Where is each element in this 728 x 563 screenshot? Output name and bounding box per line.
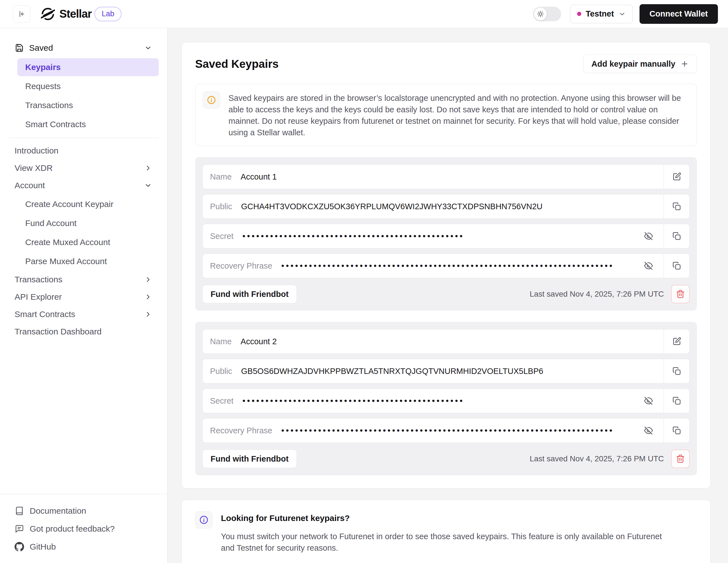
sidebar-item-fund-account[interactable]: Fund Account <box>17 214 159 232</box>
trash-icon <box>676 454 685 464</box>
recovery-phrase-field: Recovery Phrase ••••••••••••••••••••••••… <box>202 418 690 443</box>
secret-label: Secret <box>210 232 234 241</box>
secret-key-field: Secret •••••••••••••••••••••••••••••••••… <box>202 389 690 413</box>
keypair-card-account-1: Name Account 1 Public GCHA4HT3VODKCXZU5O… <box>195 157 697 311</box>
toggle-recovery-visibility-button[interactable] <box>641 254 656 278</box>
sidebar-link-feedback[interactable]: Got product feedback? <box>15 520 159 538</box>
chevron-right-icon <box>144 164 152 172</box>
toggle-recovery-visibility-button[interactable] <box>641 419 656 443</box>
keypair-card-account-2: Name Account 2 Public GB5OS6DWHZAJDVHKPP… <box>195 322 697 475</box>
edit-icon <box>672 337 682 346</box>
sidebar-item-api-explorer[interactable]: API Explorer <box>8 288 159 306</box>
copy-recovery-phrase-button[interactable] <box>664 254 689 278</box>
chevron-down-icon <box>144 181 152 189</box>
chat-bubble-icon <box>15 524 24 534</box>
lab-badge: Lab <box>94 7 122 21</box>
copy-public-key-button[interactable] <box>664 359 689 383</box>
sidebar-section-saved[interactable]: Saved <box>8 39 159 57</box>
sidebar-item-transactions[interactable]: Transactions <box>8 271 159 288</box>
sidebar-item-parse-muxed-account[interactable]: Parse Muxed Account <box>17 252 159 270</box>
chevron-right-icon <box>144 310 152 318</box>
info-icon <box>206 95 216 105</box>
public-label: Public <box>210 202 232 211</box>
chevron-down-icon <box>144 44 152 52</box>
sidebar-item-keypairs[interactable]: Keypairs <box>17 58 159 76</box>
app-window: Stellar Lab Testnet Connect Wallet Saved <box>0 0 728 563</box>
add-keypair-button[interactable]: Add keypair manually <box>583 55 697 73</box>
network-label: Testnet <box>586 9 614 18</box>
sidebar-item-saved-smart-contracts[interactable]: Smart Contracts <box>17 115 159 133</box>
public-label: Public <box>210 367 232 376</box>
sidebar-item-transaction-dashboard[interactable]: Transaction Dashboard <box>8 323 159 340</box>
sidebar-section-label: Saved <box>29 43 53 53</box>
secret-key-masked-value: ••••••••••••••••••••••••••••••••••••••••… <box>242 397 636 405</box>
connect-wallet-button[interactable]: Connect Wallet <box>640 4 718 24</box>
sidebar-item-create-muxed-account[interactable]: Create Muxed Account <box>17 233 159 251</box>
futurenet-title: Looking for Futurenet keypairs? <box>221 511 663 523</box>
copy-icon <box>672 426 682 435</box>
toggle-secret-visibility-button[interactable] <box>641 389 656 413</box>
copy-public-key-button[interactable] <box>664 194 689 218</box>
theme-toggle[interactable] <box>533 7 561 21</box>
stellar-logo-link[interactable]: Stellar <box>41 7 92 21</box>
copy-icon <box>672 396 682 406</box>
sidebar-item-smart-contracts[interactable]: Smart Contracts <box>8 306 159 323</box>
collapse-sidebar-icon <box>17 10 26 18</box>
sun-icon <box>536 10 544 18</box>
eye-off-icon <box>644 396 653 406</box>
copy-icon <box>672 261 682 270</box>
saved-keypairs-card: Saved Keypairs Add keypair manually Save… <box>181 42 711 489</box>
info-icon <box>199 515 209 525</box>
name-field: Name Account 2 <box>202 329 690 354</box>
page-title: Saved Keypairs <box>195 58 279 70</box>
fund-with-friendbot-button[interactable]: Fund with Friendbot <box>202 285 297 304</box>
warning-text: Saved keypairs are stored in the browser… <box>228 91 689 138</box>
sidebar-item-create-account-keypair[interactable]: Create Account Keypair <box>17 195 159 213</box>
public-key-value: GB5OS6DWHZAJDVHKPPBWZTLA5TNRXTQJGQTVNURM… <box>241 367 543 376</box>
info-icon-chip <box>195 511 213 529</box>
last-saved-timestamp: Last saved Nov 4, 2025, 7:26 PM UTC <box>530 454 664 463</box>
futurenet-info-card: Looking for Futurenet keypairs? You must… <box>181 500 711 563</box>
name-value: Account 1 <box>241 172 277 181</box>
trash-icon <box>676 290 685 299</box>
copy-icon <box>672 202 682 211</box>
eye-off-icon <box>644 261 653 270</box>
futurenet-body: You must switch your network to Futurene… <box>221 531 663 554</box>
github-icon <box>15 542 24 552</box>
copy-secret-key-button[interactable] <box>664 224 689 248</box>
sidebar-item-view-xdr[interactable]: View XDR <box>8 159 159 177</box>
sidebar-item-introduction[interactable]: Introduction <box>8 142 159 159</box>
collapse-sidebar-button[interactable] <box>13 5 30 23</box>
sidebar-link-documentation[interactable]: Documentation <box>15 502 159 520</box>
delete-keypair-button[interactable] <box>671 285 690 304</box>
copy-icon <box>672 366 682 376</box>
warning-icon-chip <box>203 91 220 109</box>
network-select[interactable]: Testnet <box>570 5 633 23</box>
fund-with-friendbot-button[interactable]: Fund with Friendbot <box>202 450 297 468</box>
chevron-right-icon <box>144 293 152 301</box>
recovery-phrase-masked-value: ••••••••••••••••••••••••••••••••••••••••… <box>281 261 636 270</box>
name-label: Name <box>210 337 232 346</box>
delete-keypair-button[interactable] <box>671 450 690 468</box>
edit-name-button[interactable] <box>664 165 689 189</box>
toggle-secret-visibility-button[interactable] <box>641 224 656 248</box>
recovery-phrase-masked-value: ••••••••••••••••••••••••••••••••••••••••… <box>281 426 636 435</box>
copy-recovery-phrase-button[interactable] <box>664 419 689 443</box>
name-value: Account 2 <box>241 337 277 346</box>
sidebar-item-account[interactable]: Account <box>8 177 159 194</box>
edit-name-button[interactable] <box>664 330 689 354</box>
recovery-phrase-label: Recovery Phrase <box>210 261 272 270</box>
recovery-phrase-label: Recovery Phrase <box>210 426 272 435</box>
sidebar-item-requests[interactable]: Requests <box>17 77 159 95</box>
sidebar-link-github[interactable]: GitHub <box>15 538 159 556</box>
sidebar-nav: Saved Keypairs Requests Transactions Sma… <box>0 39 167 494</box>
main-content: Saved Keypairs Add keypair manually Save… <box>167 28 728 563</box>
sidebar-footer: Documentation Got product feedback? GitH… <box>0 494 167 563</box>
recovery-phrase-field: Recovery Phrase ••••••••••••••••••••••••… <box>202 253 690 278</box>
sidebar-divider <box>8 138 159 138</box>
sidebar: Saved Keypairs Requests Transactions Sma… <box>0 28 167 563</box>
sidebar-item-saved-transactions[interactable]: Transactions <box>17 96 159 114</box>
copy-secret-key-button[interactable] <box>664 389 689 413</box>
localstorage-warning-box: Saved keypairs are stored in the browser… <box>195 84 697 146</box>
name-field: Name Account 1 <box>202 164 690 189</box>
